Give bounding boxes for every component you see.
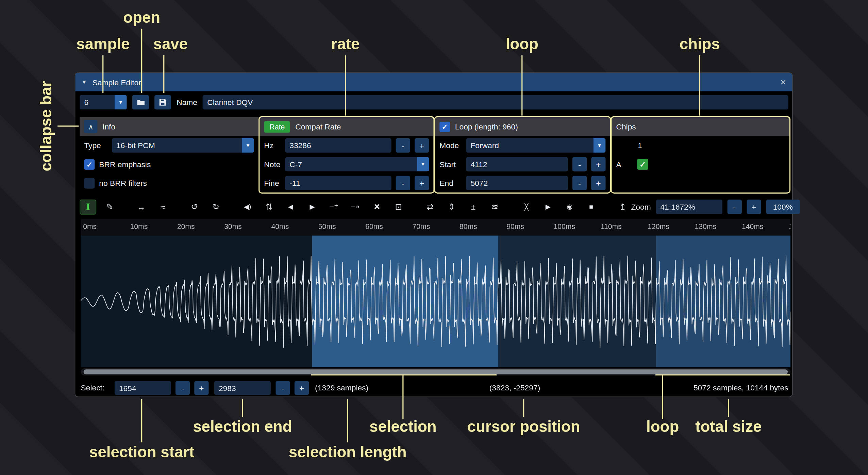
preview-icon[interactable]: ▶	[540, 199, 556, 214]
ruler-tick: 50ms	[318, 222, 336, 230]
fade-in-icon[interactable]: ◀	[282, 199, 299, 214]
info-section: ∧ Info Type 16-bit PCM ▼ ✓ BRR emphasis	[80, 117, 258, 192]
rate-section: Rate Compat Rate Hz 33286 - + Note C-7 ▼	[260, 117, 433, 192]
name-label: Name	[177, 98, 197, 107]
draw-icon[interactable]: ✎	[101, 199, 118, 214]
reverse-icon[interactable]: ⇄	[422, 199, 438, 214]
sign-icon[interactable]: ±	[465, 199, 482, 214]
loop-section: ✓ Loop (length: 960) Mode Forward ▼ Star…	[435, 117, 610, 192]
invert-icon[interactable]: ⇕	[444, 199, 460, 214]
hz-input[interactable]: 33286	[285, 138, 391, 153]
ruler[interactable]: 0ms10ms20ms30ms40ms50ms60ms70ms80ms90ms1…	[81, 219, 791, 236]
redo-icon[interactable]: ↻	[207, 199, 224, 214]
chip-row-label: A	[616, 160, 624, 169]
name-input[interactable]: Clarinet DQV	[203, 95, 788, 109]
hz-plus-button[interactable]: +	[415, 138, 429, 153]
sample-selector[interactable]: 6 ▼	[80, 95, 127, 109]
selection-start-minus-button[interactable]: -	[176, 381, 190, 395]
chevron-down-icon[interactable]: ▼	[417, 157, 429, 171]
zoom-input[interactable]: 41.1672%	[656, 200, 722, 214]
annotation-rate: rate	[331, 35, 360, 53]
scrollbar-thumb[interactable]	[84, 369, 788, 374]
annotation-total-size: total size	[695, 418, 762, 436]
preview-circle-icon[interactable]: ◉	[561, 199, 578, 214]
loop-end-label: End	[439, 179, 462, 188]
insert-silence-icon[interactable]: −⁺	[326, 199, 342, 214]
selection-end-plus-button[interactable]: +	[295, 381, 309, 395]
import-icon[interactable]: ↥	[615, 199, 631, 214]
zoom-reset-button[interactable]: 100%	[766, 200, 800, 214]
chevron-down-icon[interactable]: ▼	[594, 138, 606, 153]
zoom-label: Zoom	[631, 203, 651, 211]
horizontal-scrollbar[interactable]	[81, 368, 791, 375]
fine-input[interactable]: -11	[285, 176, 391, 190]
ruler-tick: 70ms	[413, 222, 430, 230]
trim-icon[interactable]: ⊡	[390, 199, 407, 214]
selection-end-input[interactable]: 2983	[214, 381, 271, 395]
resize-icon[interactable]: ↔	[133, 199, 150, 214]
filter-icon[interactable]: ≋	[487, 199, 503, 214]
fine-label: Fine	[264, 179, 281, 188]
type-dropdown[interactable]: 16-bit PCM ▼	[112, 138, 254, 153]
zoom-minus-button[interactable]: -	[727, 200, 741, 214]
ruler-tick: 80ms	[460, 222, 477, 230]
note-dropdown[interactable]: C-7 ▼	[285, 157, 429, 171]
open-folder-icon	[136, 98, 146, 106]
annotation-sample: sample	[76, 35, 130, 53]
loop-mode-dropdown[interactable]: Forward ▼	[466, 138, 605, 153]
brr-emphasis-checkbox[interactable]: ✓	[84, 159, 95, 170]
status-row: Select: 1654 - + 2983 - + (1329 samples)…	[75, 378, 792, 398]
resample-icon[interactable]: ≈	[154, 199, 171, 214]
edit-select-icon[interactable]: I	[80, 199, 96, 214]
chip-enable-checkbox[interactable]: ✓	[637, 159, 648, 170]
fine-plus-button[interactable]: +	[415, 176, 429, 190]
loop-start-input[interactable]: 4112	[466, 157, 568, 171]
brr-emphasis-label: BRR emphasis	[99, 160, 151, 169]
window-titlebar[interactable]: ▼ Sample Editor ×	[75, 73, 792, 91]
sample-header-row: 6 ▼ Name Clarinet DQV	[80, 94, 788, 110]
annotation-selection-start: selection start	[89, 443, 194, 461]
loop-end-input[interactable]: 5072	[466, 176, 568, 190]
cursor-position-text: (3823, -25297)	[489, 378, 540, 398]
window-collapse-icon[interactable]: ▼	[81, 79, 87, 85]
selection-start-input[interactable]: 1654	[115, 381, 171, 395]
loop-checkbox[interactable]: ✓	[439, 121, 450, 132]
hz-minus-button[interactable]: -	[396, 138, 410, 153]
no-brr-filters-checkbox[interactable]	[84, 178, 95, 188]
chips-section: Chips 1 A ✓	[612, 117, 789, 192]
loop-end-minus-button[interactable]: -	[572, 176, 587, 190]
close-icon[interactable]: ×	[780, 77, 786, 87]
total-size-text: 5072 samples, 10144 bytes	[694, 378, 788, 398]
selection-start-plus-button[interactable]: +	[194, 381, 208, 395]
loop-start-minus-button[interactable]: -	[572, 157, 587, 171]
waveform-view[interactable]	[81, 235, 791, 367]
amplify-icon[interactable]: ◀)	[239, 199, 256, 214]
annotation-collapse-bar: collapse bar	[38, 81, 55, 171]
zoom-plus-button[interactable]: +	[747, 200, 761, 214]
annotation-loop-bottom: loop	[646, 418, 679, 436]
fine-minus-button[interactable]: -	[396, 176, 410, 190]
crossfade-icon[interactable]: ╳	[518, 199, 535, 214]
apply-silence-icon[interactable]: −∘	[347, 199, 364, 214]
annotation-cursor-position: cursor position	[467, 418, 580, 436]
loop-start-plus-button[interactable]: +	[591, 157, 605, 171]
fade-out-icon[interactable]: ▶	[304, 199, 321, 214]
selection-end-minus-button[interactable]: -	[276, 381, 290, 395]
hz-label: Hz	[264, 141, 281, 150]
stop-icon[interactable]: ■	[583, 199, 600, 214]
collapse-bar-button[interactable]: ∧	[84, 120, 97, 133]
delete-icon[interactable]: ×	[369, 199, 385, 214]
annotation-selection-length-line	[347, 399, 348, 442]
save-button[interactable]	[154, 95, 171, 109]
chevron-down-icon[interactable]: ▼	[242, 138, 254, 153]
normalize-icon[interactable]: ⇅	[261, 199, 278, 214]
loop-end-plus-button[interactable]: +	[591, 176, 605, 190]
loop-mode-value: Forward	[466, 138, 593, 153]
loop-start-label: Start	[439, 160, 462, 169]
chevron-down-icon[interactable]: ▼	[115, 95, 127, 109]
undo-icon[interactable]: ↺	[186, 199, 203, 214]
type-label: Type	[84, 141, 107, 150]
open-button[interactable]	[132, 95, 149, 109]
rate-badge[interactable]: Rate	[264, 121, 290, 133]
mode-label: Mode	[439, 141, 462, 150]
